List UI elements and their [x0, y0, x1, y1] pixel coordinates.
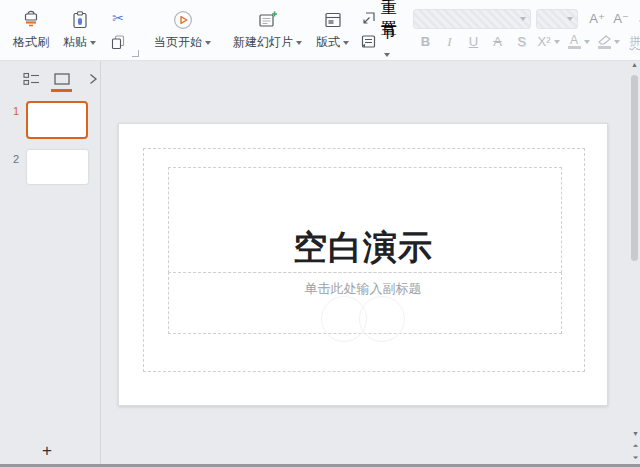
cut-button[interactable]: ✂ [107, 8, 129, 28]
highlighter-icon [598, 35, 611, 45]
play-from-current-button[interactable]: 当页开始 [147, 6, 218, 55]
text-shadow-button[interactable]: S [511, 31, 533, 52]
clipboard-dialog-launcher[interactable] [132, 50, 139, 57]
font-color-swatch [568, 46, 581, 49]
slide-2-number: 2 [13, 153, 19, 165]
format-painter-button[interactable]: 格式刷 [6, 6, 56, 55]
increase-font-size-button[interactable]: A⁺ [586, 8, 608, 29]
play-from-current-label: 当页开始 [154, 34, 202, 51]
section-button[interactable]: 节 [360, 30, 397, 53]
watermark-circle [359, 296, 405, 342]
strikethrough-icon: A [493, 34, 502, 49]
slide-1-number: 1 [13, 105, 19, 117]
font-group: A⁺ A⁻ B I U A [409, 5, 640, 55]
scroll-up-button[interactable]: ▲ [631, 61, 638, 68]
tab-slide-view[interactable] [53, 69, 71, 89]
font-family-caret [520, 17, 526, 21]
slide-subtitle-placeholder-text[interactable]: 单击此处输入副标题 [119, 280, 607, 298]
ribbon-toolbar: 格式刷 粘贴 ✂ [0, 0, 640, 61]
paste-icon [69, 9, 91, 31]
bold-button[interactable]: B [415, 31, 437, 52]
decrease-font-size-icon: A⁻ [613, 11, 629, 26]
play-dropdown-caret [205, 41, 211, 45]
font-color-icon: A [570, 35, 578, 45]
add-slide-button[interactable]: + [38, 442, 56, 460]
copy-button[interactable] [107, 32, 129, 52]
next-slide-button[interactable]: ⏷ [632, 454, 639, 461]
slide-panel: 1 2 + [0, 61, 101, 464]
highlight-color-caret [614, 40, 620, 44]
chevron-right-icon [88, 73, 98, 85]
new-slide-dropdown-caret [296, 41, 302, 45]
vertical-scrollbar-thumb[interactable] [631, 75, 638, 261]
outline-view-icon [23, 72, 40, 86]
italic-button[interactable]: I [439, 31, 461, 52]
scissors-icon: ✂ [112, 10, 124, 26]
clear-format-button[interactable] [634, 8, 640, 29]
bold-icon: B [421, 34, 430, 49]
section-icon [360, 33, 377, 50]
paste-button[interactable]: 粘贴 [56, 6, 103, 55]
underline-icon: U [469, 34, 478, 49]
superscript-icon: X² [538, 34, 551, 49]
paste-label: 粘贴 [63, 34, 87, 51]
collapse-panel-button[interactable] [84, 69, 102, 89]
font-size-caret [567, 17, 573, 21]
superscript-caret [554, 40, 560, 44]
play-icon [172, 9, 194, 31]
layout-dropdown-caret [343, 41, 349, 45]
paste-dropdown-caret [90, 41, 96, 45]
font-color-caret [584, 40, 590, 44]
strikethrough-button[interactable]: A [487, 31, 509, 52]
wps-presentation-window: 格式刷 粘贴 ✂ [0, 0, 640, 467]
font-size-select[interactable] [536, 9, 578, 29]
slide-navigation-buttons: ▼ ⏶ ⏷ [632, 430, 639, 461]
phonetic-guide-button[interactable]: 拼 [625, 31, 640, 52]
editing-canvas: 空白演示 单击此处输入副标题 ▲ ▼ ⏶ ⏷ [102, 61, 640, 464]
new-slide-label: 新建幻灯片 [233, 34, 293, 51]
format-painter-icon [20, 9, 42, 31]
phonetic-guide-icon: 拼 [630, 34, 640, 49]
layout-button[interactable]: 版式 [309, 6, 356, 55]
font-color-button[interactable]: A [565, 31, 593, 52]
increase-font-size-icon: A⁺ [589, 11, 605, 26]
slide-editing-area[interactable]: 空白演示 单击此处输入副标题 [118, 123, 608, 406]
format-painter-label: 格式刷 [13, 34, 49, 51]
layout-icon [322, 9, 344, 31]
previous-slide-button[interactable]: ⏶ [632, 442, 639, 449]
new-slide-button[interactable]: 新建幻灯片 [226, 6, 309, 55]
italic-icon: I [447, 34, 451, 50]
underline-button[interactable]: U [463, 31, 485, 52]
section-dropdown-caret [384, 53, 390, 57]
slide-title-text[interactable]: 空白演示 [119, 225, 607, 271]
layout-label: 版式 [316, 34, 340, 51]
reset-section-stack: 重置 节 [356, 5, 401, 55]
copy-icon [109, 33, 127, 51]
highlight-color-button[interactable] [595, 31, 623, 52]
decrease-font-size-button[interactable]: A⁻ [610, 8, 632, 29]
reset-icon [360, 10, 377, 27]
active-tab-underline [51, 89, 72, 92]
cut-copy-stack: ✂ [103, 8, 133, 52]
text-shadow-icon: S [517, 34, 526, 49]
slide-2-thumbnail[interactable] [27, 150, 88, 184]
scroll-down-button[interactable]: ▼ [632, 430, 639, 437]
slide-group: 新建幻灯片 版式 [226, 5, 401, 55]
new-slide-icon [257, 9, 279, 31]
font-family-select[interactable] [413, 9, 531, 29]
play-group: 当页开始 [147, 5, 218, 55]
tab-outline-view[interactable] [22, 69, 40, 89]
panel-tabs [22, 69, 102, 89]
highlight-color-swatch [598, 46, 611, 49]
slide-1-thumbnail[interactable] [26, 101, 88, 139]
eraser-icon [637, 10, 640, 27]
slide-view-icon [54, 73, 70, 85]
clipboard-group: 格式刷 粘贴 ✂ [6, 5, 139, 55]
superscript-button[interactable]: X² [535, 31, 563, 52]
section-label: 节 [381, 23, 397, 40]
